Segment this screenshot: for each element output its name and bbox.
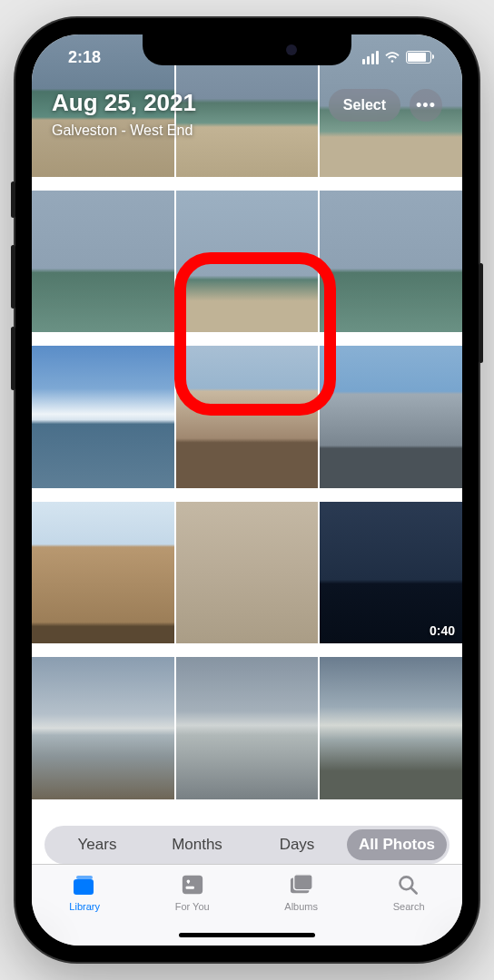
mute-switch [11,181,15,218]
status-icons [362,51,431,64]
ellipsis-icon: ••• [416,96,436,115]
foryou-icon [179,872,206,897]
svg-rect-1 [76,876,93,879]
photo-thumbnail[interactable] [32,657,174,799]
header-overlay: Aug 25, 2021 Galveston - West End Select… [32,89,462,139]
volume-up [11,245,15,309]
tab-label: Albums [284,901,318,912]
header-location: Galveston - West End [52,122,196,139]
status-time: 2:18 [68,48,101,67]
volume-down [11,327,15,390]
photo-thumbnail[interactable] [32,346,174,488]
time-scope-segmented-control[interactable]: Years Months Days All Photos [44,826,450,864]
search-icon [395,872,422,897]
svg-rect-0 [74,879,94,895]
tab-label: Library [69,901,100,912]
cellular-signal-icon [362,51,379,64]
tab-label: For You [175,901,210,912]
header-actions: Select ••• [329,89,442,122]
header-date: Aug 25, 2021 [52,89,196,117]
photo-thumbnail[interactable] [176,191,319,333]
screen: 2:18 0:40 [32,34,462,946]
svg-rect-2 [183,876,203,894]
phone-frame: 2:18 0:40 [15,18,479,962]
power-button [479,263,483,363]
battery-icon [406,51,431,64]
segment-all-photos[interactable]: All Photos [347,829,447,860]
photo-stack-icon [71,872,98,897]
segment-months[interactable]: Months [147,829,247,860]
photo-thumbnail[interactable] [32,191,174,333]
home-indicator[interactable] [179,933,315,937]
photo-thumbnail[interactable] [176,657,319,799]
notch [143,34,351,65]
wifi-icon [384,51,400,64]
svg-line-7 [411,887,417,893]
photo-thumbnail[interactable] [320,657,462,799]
tab-search[interactable]: Search [393,872,425,946]
svg-rect-5 [293,875,311,890]
photo-thumbnail[interactable] [32,502,174,644]
svg-rect-3 [185,887,193,889]
select-button[interactable]: Select [329,89,400,122]
segment-years[interactable]: Years [47,829,147,860]
photo-thumbnail[interactable] [320,346,462,488]
segment-days[interactable]: Days [247,829,347,860]
photo-thumbnail[interactable] [320,191,462,333]
photo-thumbnail[interactable] [176,346,319,488]
video-duration: 0:40 [430,623,455,638]
photo-thumbnail[interactable] [176,502,319,644]
photo-grid[interactable]: 0:40 [32,34,462,811]
albums-icon [288,872,315,897]
tab-library[interactable]: Library [69,872,100,946]
tab-label: Search [393,901,425,912]
header-text: Aug 25, 2021 Galveston - West End [52,89,196,139]
more-button[interactable]: ••• [410,89,442,122]
video-thumbnail[interactable]: 0:40 [320,502,462,644]
